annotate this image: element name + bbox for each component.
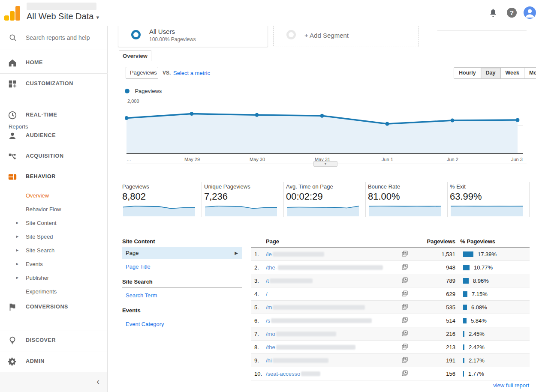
scorecard-value: 8,802 (122, 191, 146, 202)
pct-value: 6.08% (471, 304, 487, 311)
sidebar-item-customization[interactable]: CUSTOMIZATION (0, 74, 108, 94)
open-in-new-icon[interactable] (402, 290, 408, 296)
row-rank: 1. (254, 251, 259, 257)
page-link[interactable]: /s (266, 317, 372, 324)
sidebar-subitem-label: Publisher (26, 275, 49, 281)
page-link[interactable]: /seat-accesso (266, 371, 320, 377)
pct-bar (463, 371, 464, 377)
analytics-logo-icon[interactable] (4, 6, 21, 21)
scorecard-pageviews[interactable]: Pageviews 8,802 (122, 180, 204, 218)
open-in-new-icon[interactable] (402, 304, 408, 310)
sidebar-subitem-publisher[interactable]: ► Publisher (0, 271, 108, 285)
page-link[interactable]: /the- (266, 264, 383, 271)
granularity-hourly-button[interactable]: Hourly (454, 68, 481, 78)
expander-icon[interactable]: ► (15, 221, 19, 225)
metric-dropdown[interactable]: Pageviews ▾ (126, 67, 158, 79)
page-link-text: /m (266, 304, 272, 311)
select-a-metric-link[interactable]: Select a metric (173, 70, 210, 76)
sidebar-item-admin[interactable]: ADMIN (0, 351, 108, 372)
column-header-page[interactable]: Page (266, 238, 279, 245)
add-segment-button[interactable]: + Add Segment (273, 25, 419, 47)
open-in-new-icon[interactable] (402, 251, 408, 257)
sidebar-item-behavior[interactable]: BEHAVIOR (0, 167, 108, 187)
table-row: 9./hi1912.17% (251, 354, 530, 367)
sidebar-subitem-behavior-flow[interactable]: Behavior Flow (0, 203, 108, 216)
pageviews-value: 191 (446, 357, 455, 364)
collapse-sidebar-icon[interactable]: ‹ (96, 377, 99, 386)
sidebar-subitem-label: Site Search (26, 247, 54, 254)
sidebar-subitem-events[interactable]: ► Events (0, 257, 108, 271)
page-link[interactable]: /the (266, 344, 355, 350)
sidebar-item-home[interactable]: HOME (0, 53, 108, 73)
divider (365, 182, 366, 217)
sidebar-item-audience[interactable]: AUDIENCE (0, 126, 108, 146)
sidebar-item-conversions[interactable]: CONVERSIONS (0, 297, 108, 317)
page-link[interactable]: /mo (266, 331, 336, 337)
sidebar-subitem-overview[interactable]: Overview (0, 189, 108, 203)
acquisition-icon (8, 152, 17, 161)
scorecard-avg-time-on-page[interactable]: Avg. Time on Page 00:02:29 (286, 180, 368, 218)
open-in-new-icon[interactable] (402, 370, 408, 376)
help-icon[interactable]: ? (507, 8, 517, 18)
sidebar-item-acquisition[interactable]: ACQUISITION (0, 146, 108, 167)
page-link[interactable]: /t (266, 278, 313, 284)
sidebar-item-label: DISCOVER (26, 337, 56, 343)
expander-icon[interactable]: ► (15, 248, 19, 252)
open-in-new-icon[interactable] (402, 357, 408, 363)
dimension-page-title-link[interactable]: Page Title (126, 263, 242, 270)
sidebar-item-realtime[interactable]: REAL-TIME (0, 105, 108, 126)
scorecard-bounce-rate[interactable]: Bounce Rate 81.00% (368, 180, 450, 218)
property-title-text: All Web Site Data (27, 12, 93, 21)
page-link[interactable]: /m (266, 304, 365, 311)
page-link[interactable]: /le (266, 251, 324, 257)
open-in-new-icon[interactable] (402, 330, 408, 336)
page-link[interactable]: / (266, 291, 268, 297)
sidebar-subitem-site-content[interactable]: ► Site Content (0, 216, 108, 230)
redacted-text (270, 278, 313, 283)
granularity-day-button[interactable]: Day (481, 68, 501, 78)
scorecard-unique-pageviews[interactable]: Unique Pageviews 7,236 (204, 180, 286, 218)
column-header-pageviews[interactable]: Pageviews (427, 238, 456, 245)
open-in-new-icon[interactable] (402, 264, 408, 270)
analytics-app: All Web Site Data▾ ? Search reports and … (0, 0, 536, 392)
dimension-page[interactable]: Page ▶ (122, 247, 242, 259)
sidebar-subitem-site-search[interactable]: ► Site Search (0, 244, 108, 257)
granularity-month-button[interactable]: Month (524, 68, 536, 78)
view-full-report-link[interactable]: view full report (493, 382, 529, 389)
pageviews-line-chart[interactable] (125, 96, 521, 154)
scorecard-value: 7,236 (204, 191, 228, 202)
dimension-event-category-link[interactable]: Event Category (126, 321, 242, 327)
notifications-bell-icon[interactable] (488, 8, 498, 18)
table-body: 1./le1,53117.39%2./the-94810.77%3./t7898… (251, 248, 530, 380)
granularity-toggle: Hourly Day Week Month (454, 67, 536, 79)
expander-icon[interactable]: ► (15, 234, 19, 239)
granularity-week-button[interactable]: Week (501, 68, 524, 78)
dimension-search-term-link[interactable]: Search Term (126, 292, 242, 299)
tab-overview[interactable]: Overview (119, 50, 151, 61)
redacted-text (301, 371, 320, 376)
open-in-new-icon[interactable] (402, 317, 408, 323)
row-rank: 5. (254, 304, 259, 311)
timeline-collapse-handle[interactable]: ▼ (313, 161, 337, 167)
scorecard-pct-exit[interactable]: % Exit 63.99% (450, 180, 532, 218)
table-row: 7./mo2162.45% (251, 327, 530, 341)
property-title[interactable]: All Web Site Data▾ (27, 12, 99, 21)
open-in-new-icon[interactable] (402, 277, 408, 283)
page-link-text: / (266, 291, 268, 297)
chevron-right-icon: ▶ (235, 247, 238, 259)
sidebar-item-discover[interactable]: DISCOVER (0, 330, 108, 351)
redacted-text (271, 318, 372, 323)
avatar[interactable] (524, 6, 536, 19)
page-link[interactable]: /hi (266, 357, 328, 364)
table-row: 8./the2132.42% (251, 341, 530, 354)
search-icon (9, 33, 17, 42)
segment-all-users[interactable]: All Users 100.00% Pageviews (118, 25, 268, 47)
search-input[interactable]: Search reports and help (0, 26, 108, 50)
column-header-pct-pageviews[interactable]: % Pageviews (460, 238, 495, 245)
sidebar-subitem-site-speed[interactable]: ► Site Speed (0, 230, 108, 244)
pageviews-value: 213 (446, 344, 455, 350)
open-in-new-icon[interactable] (402, 344, 408, 350)
expander-icon[interactable]: ► (15, 262, 19, 266)
expander-icon[interactable]: ► (15, 275, 19, 280)
divider (437, 30, 527, 30)
